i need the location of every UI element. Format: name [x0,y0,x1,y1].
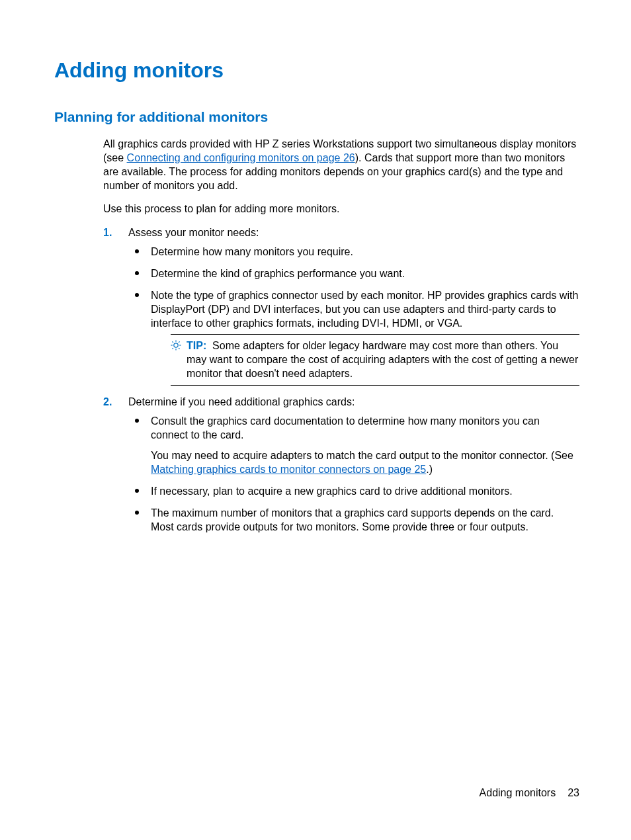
list-item: Note the type of graphics connector used… [128,288,579,386]
text: .) [426,464,433,475]
list-item: If necessary, plan to acquire a new grap… [128,484,579,498]
step-number: 1. [103,226,112,239]
svg-line-6 [179,348,180,349]
svg-point-0 [174,343,178,347]
list-item: Determine how many monitors you require. [128,245,579,259]
text: Note the type of graphics connector used… [151,290,578,329]
list-item: The maximum number of monitors that a gr… [128,506,579,534]
step-text: Determine if you need additional graphic… [128,396,355,407]
page-footer: Adding monitors23 [480,787,579,799]
svg-line-5 [172,342,173,343]
tip-callout: TIP: Some adapters for older legacy hard… [171,334,579,385]
page-number: 23 [568,787,579,798]
link-matching-graphics[interactable]: Matching graphics cards to monitor conne… [151,464,426,475]
section-heading: Planning for additional monitors [54,109,579,125]
step-1: 1. Assess your monitor needs: Determine … [103,226,579,386]
step-text: Assess your monitor needs: [128,227,259,238]
intro-paragraph-1: All graphics cards provided with HP Z se… [103,137,579,192]
svg-line-7 [172,348,173,349]
body-content: All graphics cards provided with HP Z se… [103,137,579,534]
link-connecting-configuring[interactable]: Connecting and configuring monitors on p… [127,152,355,163]
page-container: Adding monitors Planning for additional … [0,0,631,840]
step-2: 2. Determine if you need additional grap… [103,395,579,534]
footer-label: Adding monitors [480,787,556,798]
list-item: Determine the kind of graphics performan… [128,267,579,280]
text: Consult the graphics card documentation … [151,415,540,441]
tip-text: Some adapters for older legacy hardware … [187,340,578,379]
step-2-bullets: Consult the graphics card documentation … [128,414,579,534]
sub-paragraph: You may need to acquire adapters to matc… [151,448,579,476]
intro-paragraph-2: Use this process to plan for adding more… [103,202,579,216]
tip-label: TIP: [187,340,206,351]
text: You may need to acquire adapters to matc… [151,450,573,461]
steps-list: 1. Assess your monitor needs: Determine … [103,226,579,534]
page-title: Adding monitors [54,58,579,83]
svg-line-8 [179,342,180,343]
step-number: 2. [103,395,112,409]
tip-icon [170,339,182,351]
list-item: Consult the graphics card documentation … [128,414,579,476]
step-1-bullets: Determine how many monitors you require.… [128,245,579,386]
